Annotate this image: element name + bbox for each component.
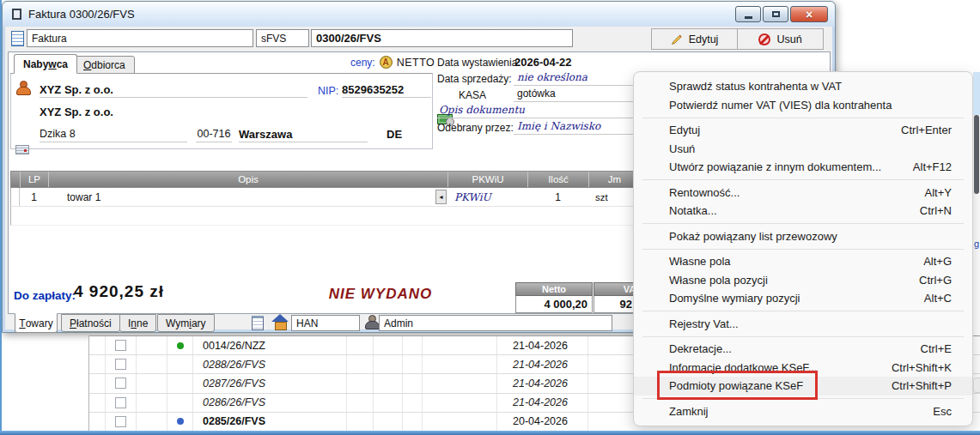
- postal-code-field[interactable]: 00-716: [196, 128, 232, 142]
- maximize-button[interactable]: [763, 6, 788, 22]
- menu-item-w-asne-pola-pozycji[interactable]: Własne pola pozycjiCtrl+G: [634, 271, 972, 290]
- warehouse-field[interactable]: [291, 315, 360, 331]
- menu-item-utworz-powiazanie-z-innym-dokumentem[interactable]: Utwórz powiązanie z innym dokumentem...A…: [634, 158, 972, 177]
- amount-due-label: Do zapłaty:: [14, 289, 76, 302]
- row-checkbox[interactable]: [115, 416, 126, 427]
- list-cell: [403, 336, 423, 354]
- list-cell: [89, 413, 106, 431]
- list-cell: [137, 355, 167, 373]
- list-cell: [347, 394, 374, 412]
- close-button[interactable]: ×: [790, 6, 828, 22]
- document-type-field[interactable]: [27, 29, 253, 47]
- row-checkbox[interactable]: [115, 340, 126, 351]
- header-ilosc[interactable]: Ilość: [527, 172, 588, 187]
- menu-separator: [642, 179, 964, 180]
- document-number: 0286/26/FVS: [203, 396, 265, 408]
- menu-item-potwierdz-numer-vat-vies-dla-kontrahenta[interactable]: Potwierdź numer VAT (VIES) dla kontrahen…: [634, 96, 972, 115]
- document-number-field[interactable]: [311, 29, 573, 47]
- item-ilosc[interactable]: 1: [527, 188, 588, 206]
- item-rowselect[interactable]: [11, 188, 20, 206]
- tab-towary[interactable]: Towary: [15, 313, 58, 333]
- payment-method-field[interactable]: gotówka: [514, 88, 634, 102]
- tab-receiver[interactable]: Odbiorca: [74, 56, 135, 74]
- window-title: Faktura 0300/26/FVS: [28, 2, 135, 27]
- item-jm[interactable]: szt: [588, 188, 640, 206]
- list-cell: [106, 394, 137, 412]
- sale-date-value[interactable]: nie określona: [514, 71, 634, 86]
- nip-field[interactable]: 8529635252: [342, 83, 431, 98]
- menu-item-rejestry-vat[interactable]: Rejestry Vat...: [634, 315, 972, 334]
- tab-wymiary[interactable]: Wymiary: [157, 314, 215, 332]
- price-mode-badge-icon[interactable]: A: [380, 56, 393, 69]
- tab-buyer[interactable]: Nabywca: [14, 54, 77, 74]
- menu-item-edytuj[interactable]: EdytujCtrl+Enter: [634, 121, 972, 140]
- menu-item-zamknij[interactable]: ZamknijEsc: [634, 402, 972, 421]
- item-opis[interactable]: towar 1 ◄: [48, 188, 447, 206]
- header-opis[interactable]: Opis: [48, 172, 447, 187]
- list-cell: [106, 355, 137, 373]
- list-cell: [167, 394, 193, 412]
- menu-item-label: Własne pola: [669, 255, 731, 268]
- header-jm[interactable]: Jm: [588, 172, 640, 187]
- list-cell: [374, 374, 403, 392]
- received-by-field[interactable]: Imię i Nazwisko: [514, 120, 634, 135]
- menu-item-shortcut: Ctrl+G: [919, 274, 952, 287]
- list-cell: 0287/26/FVS: [193, 374, 347, 392]
- list-cell: [347, 374, 374, 392]
- menu-item-dekretacje[interactable]: Dekretacje...Ctrl+E: [634, 340, 972, 359]
- buyer-name2-field[interactable]: XYZ Sp. z o.o.: [40, 106, 113, 118]
- document-date: 21-04-2026: [513, 378, 568, 390]
- minimize-button[interactable]: [735, 6, 761, 22]
- menu-item-label: Dekretacje...: [669, 342, 732, 355]
- clipped-button-fragment: [973, 378, 980, 393]
- row-checkbox[interactable]: [115, 397, 126, 408]
- tab-platnosci[interactable]: Płatności: [61, 314, 120, 332]
- menu-item-w-asne-pola[interactable]: Własne polaAlt+G: [634, 252, 972, 271]
- list-cell: [89, 374, 106, 392]
- menu-item-label: Pokaż powiązany list przewozowy: [669, 230, 837, 243]
- row-checkbox[interactable]: [115, 378, 126, 389]
- combo-arrow-icon[interactable]: ◄: [435, 190, 447, 204]
- delete-button[interactable]: Usuń: [737, 29, 823, 49]
- menu-item-domyslne-wymiary-pozycji[interactable]: Domyślne wymiary pozycjiAlt+C: [634, 289, 972, 308]
- header-lp[interactable]: LP: [20, 172, 48, 187]
- annotation-red-box: [657, 371, 818, 400]
- menu-item-label: Potwierdź numer VAT (VIES) dla kontrahen…: [669, 99, 892, 112]
- buyer-name-field[interactable]: XYZ Sp. z o.o.: [40, 83, 307, 98]
- scrollbar-thumb[interactable]: [974, 115, 979, 194]
- menu-item-sprawdz-status-kontrahenta-w-vat[interactable]: Sprawdź status kontrahenta w VAT: [634, 77, 972, 96]
- menu-item-label: Rejestry Vat...: [669, 317, 739, 330]
- notepad-icon[interactable]: [252, 316, 264, 330]
- list-cell: [374, 413, 403, 431]
- list-cell: [374, 394, 403, 412]
- document-description-field[interactable]: Opis dokumentu: [437, 104, 634, 118]
- menu-item-rentownosc[interactable]: Rentowność...Alt+Y: [634, 184, 972, 202]
- document-subtype-field[interactable]: [256, 29, 309, 47]
- menu-item-label: Notatka...: [669, 204, 717, 217]
- city-field[interactable]: Warszawa: [239, 128, 368, 142]
- issue-date-value[interactable]: 2026-04-22: [514, 56, 572, 69]
- menu-item-label: Domyślne wymiary pozycji: [669, 292, 800, 305]
- edit-button[interactable]: Edytuj: [652, 29, 737, 49]
- list-cell: [423, 413, 497, 431]
- menu-item-notatka[interactable]: Notatka...Ctrl+N: [634, 202, 972, 221]
- list-cell: [167, 413, 193, 431]
- sale-date-label: Data sprzedaży:: [437, 73, 512, 85]
- blue-status-dot: [177, 418, 184, 425]
- list-cell: 21-04-2026: [497, 336, 588, 354]
- not-issued-stamp: NIE WYDANO: [299, 286, 462, 303]
- menu-item-pokaz-powiazany-list-przewozowy[interactable]: Pokaż powiązany list przewozowy: [634, 227, 972, 246]
- header-pkwiu[interactable]: PKWiU: [447, 172, 527, 187]
- list-cell: [167, 336, 193, 354]
- menu-item-usun[interactable]: Usuń: [634, 140, 972, 159]
- street-field[interactable]: Dzika 8: [40, 128, 187, 142]
- country-field[interactable]: DE: [387, 128, 402, 141]
- item-opis-text: towar 1: [67, 191, 100, 203]
- list-cell: [423, 394, 497, 412]
- window-titlebar[interactable]: Faktura 0300/26/FVS ×: [3, 2, 835, 27]
- item-pkwiu[interactable]: PKWiU: [447, 188, 527, 206]
- row-checkbox[interactable]: [115, 359, 126, 370]
- user-field[interactable]: [379, 315, 612, 331]
- list-cell: [89, 355, 106, 373]
- tab-inne[interactable]: Inne: [119, 314, 156, 332]
